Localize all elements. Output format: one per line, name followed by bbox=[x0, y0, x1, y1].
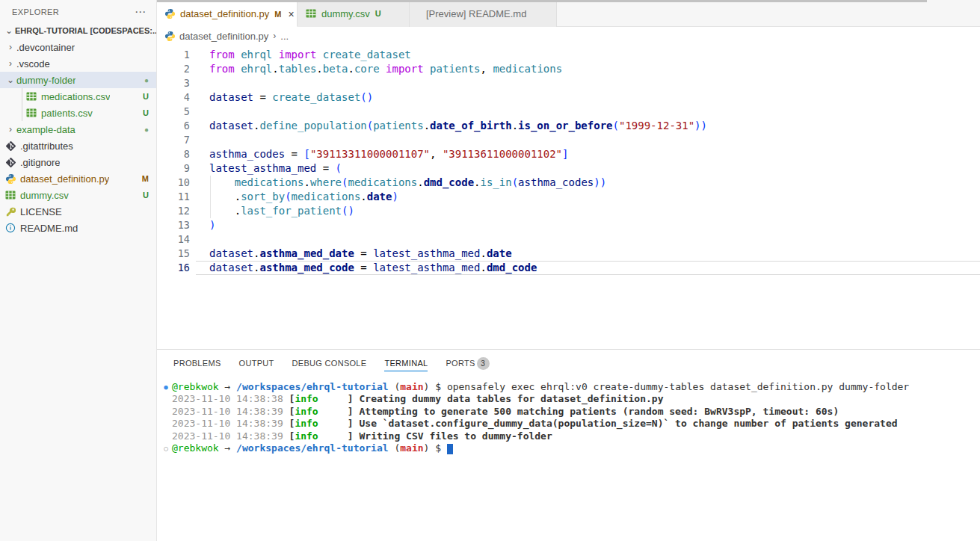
explorer-more-actions-icon[interactable]: ⋯ bbox=[135, 8, 146, 16]
line-number: 16 bbox=[157, 261, 190, 275]
editor-line-7[interactable]: 7 bbox=[157, 133, 980, 147]
tabbar-scrollbar[interactable] bbox=[157, 0, 927, 2]
terminal[interactable]: ●@rebkwok → /workspaces/ehrql-tutorial (… bbox=[157, 375, 980, 454]
editor-line-10[interactable]: 10 medications.where(medications.dmd_cod… bbox=[157, 176, 980, 190]
breadcrumb-ellipsis[interactable]: ... bbox=[280, 31, 289, 42]
code-token: is_in bbox=[481, 176, 512, 188]
editor-line-6[interactable]: 6dataset.define_population(patients.date… bbox=[157, 119, 980, 133]
editor-line-5[interactable]: 5 bbox=[157, 105, 980, 119]
code-token: . bbox=[424, 120, 430, 132]
line-number: 6 bbox=[157, 119, 190, 133]
editor-line-15[interactable]: 15dataset.asthma_med_date = latest_asthm… bbox=[157, 247, 980, 261]
indent-guide bbox=[210, 176, 211, 190]
terminal-token: 2023-11-10 14:38:38 bbox=[172, 393, 289, 404]
file-tree-item--vscode[interactable]: ›.vscode bbox=[0, 55, 156, 72]
terminal-gutter bbox=[160, 406, 172, 418]
code-editor[interactable]: 1from ehrql import create_dataset2from e… bbox=[157, 45, 980, 275]
editor-line-8[interactable]: 8asthma_codes = ["39113311000001107", "3… bbox=[157, 147, 980, 161]
close-icon[interactable]: × bbox=[288, 9, 294, 19]
editor-region: dataset_definition.pyM×dummy.csvU[Previe… bbox=[157, 0, 980, 349]
git-icon bbox=[4, 140, 16, 152]
tab--preview-readme-md[interactable]: [Preview] README.md bbox=[410, 0, 557, 27]
editor-line-3[interactable]: 3 bbox=[157, 76, 980, 90]
terminal-line-6: ○@rebkwok → /workspaces/ehrql-tutorial (… bbox=[160, 442, 980, 454]
file-tree-item-license[interactable]: LICENSE bbox=[0, 203, 156, 220]
code-text: asthma_codes = ["39113311000001107", "39… bbox=[209, 147, 569, 161]
editor-line-16[interactable]: 16dataset.asthma_med_code = latest_asthm… bbox=[157, 261, 980, 275]
code-token: )) bbox=[594, 176, 606, 188]
explorer-title: EXPLORER bbox=[12, 7, 59, 16]
breadcrumb[interactable]: dataset_definition.py › ... bbox=[157, 27, 980, 45]
tab-label: dataset_definition.py bbox=[180, 8, 269, 19]
file-tree-item-patients-csv[interactable]: patients.csvU bbox=[0, 105, 156, 121]
panel-tab-ports[interactable]: PORTS3 bbox=[446, 353, 489, 373]
code-text: dataset.define_population(patients.date_… bbox=[209, 119, 707, 133]
code-text: dataset.asthma_med_date = latest_asthma_… bbox=[209, 247, 512, 261]
file-tree-item-dummy-csv[interactable]: dummy.csvU bbox=[0, 187, 156, 203]
panel-tab-problems[interactable]: PROBLEMS bbox=[173, 354, 221, 371]
code-token: . bbox=[316, 63, 322, 75]
panel-tab-label: PROBLEMS bbox=[173, 359, 221, 368]
code-token: = bbox=[285, 148, 303, 160]
file-tree-item-readme-md[interactable]: README.md bbox=[0, 220, 156, 236]
file-tree-item-dummy-folder[interactable]: ⌄dummy-folder● bbox=[0, 72, 156, 88]
terminal-token: 2023-11-10 14:38:39 bbox=[172, 430, 289, 442]
editor-line-11[interactable]: 11 .sort_by(medications.date) bbox=[157, 190, 980, 204]
terminal-token: → bbox=[219, 442, 236, 454]
code-token: . bbox=[272, 63, 278, 75]
tab-dirty-badge: M bbox=[274, 10, 281, 19]
code-token: patients bbox=[430, 63, 480, 75]
panel-tab-label: DEBUG CONSOLE bbox=[292, 359, 367, 368]
file-tree-item-medications-csv[interactable]: medications.csvU bbox=[0, 88, 156, 105]
panel-tab-debug-console[interactable]: DEBUG CONSOLE bbox=[292, 354, 367, 371]
code-token: beta bbox=[323, 63, 348, 75]
code-token: last_for_patient bbox=[241, 205, 342, 217]
editor-line-13[interactable]: 13) bbox=[157, 218, 980, 232]
csv-icon bbox=[25, 90, 37, 102]
editor-line-1[interactable]: 1from ehrql import create_dataset bbox=[157, 48, 980, 62]
code-token: asthma_med_code bbox=[259, 262, 354, 273]
file-tree-item-label: .gitattributes bbox=[20, 140, 73, 152]
file-tree-item-label: dataset_definition.py bbox=[20, 173, 109, 185]
code-text: dataset.asthma_med_code = latest_asthma_… bbox=[209, 261, 537, 275]
editor-line-4[interactable]: 4dataset = create_dataset() bbox=[157, 90, 980, 105]
panel-tab-output[interactable]: OUTPUT bbox=[239, 354, 274, 371]
file-tree-item--gitignore[interactable]: .gitignore bbox=[0, 154, 156, 170]
panel-tab-terminal[interactable]: TERMINAL bbox=[384, 354, 428, 371]
terminal-gutter bbox=[160, 418, 172, 430]
code-text: from ehrql import create_dataset bbox=[209, 48, 411, 62]
file-tree-item--devcontainer[interactable]: ›.devcontainer bbox=[0, 39, 156, 55]
line-number: 12 bbox=[157, 204, 190, 218]
editor-line-12[interactable]: 12 .last_for_patient() bbox=[157, 204, 980, 218]
terminal-token: 2023-11-10 14:38:39 bbox=[172, 418, 289, 429]
indent-guide bbox=[22, 105, 22, 121]
hollow-circle-icon: ○ bbox=[164, 445, 167, 452]
editor-line-14[interactable]: 14 bbox=[157, 232, 980, 247]
tab-dataset-definition-py[interactable]: dataset_definition.pyM× bbox=[157, 0, 298, 27]
editor-line-9[interactable]: 9latest_asthma_med = ( bbox=[157, 161, 980, 176]
terminal-line-4: 2023-11-10 14:38:39 [info ] Use `dataset… bbox=[160, 418, 980, 430]
code-token bbox=[424, 63, 430, 75]
file-tree-item--gitattributes[interactable]: .gitattributes bbox=[0, 137, 156, 154]
code-token bbox=[316, 49, 322, 61]
file-tree-item-dataset-definition-py[interactable]: dataset_definition.pyM bbox=[0, 170, 156, 187]
breadcrumb-file[interactable]: dataset_definition.py bbox=[179, 31, 268, 42]
terminal-token: info bbox=[295, 430, 318, 442]
code-token: patients bbox=[373, 120, 423, 132]
code-token: ( bbox=[367, 120, 373, 132]
code-token: ) bbox=[209, 219, 215, 231]
code-token bbox=[380, 63, 386, 75]
line-number: 5 bbox=[157, 105, 190, 119]
code-token bbox=[272, 49, 278, 61]
code-token: asthma_codes bbox=[518, 176, 594, 188]
code-token: from bbox=[209, 63, 235, 75]
terminal-cursor bbox=[447, 444, 453, 454]
file-tree-item-example-data[interactable]: ›example-data● bbox=[0, 121, 156, 137]
line-number: 7 bbox=[157, 133, 190, 147]
editor-line-2[interactable]: 2from ehrql.tables.beta.core import pati… bbox=[157, 62, 980, 76]
terminal-token: info bbox=[295, 393, 318, 404]
code-token: ehrql bbox=[241, 49, 272, 61]
workspace-root-row[interactable]: ⌄ EHRQL-TUTORIAL [CODESPACES:... bbox=[0, 22, 156, 39]
code-token: "39113611000001102" bbox=[443, 148, 562, 160]
tab-dummy-csv[interactable]: dummy.csvU bbox=[298, 0, 410, 27]
